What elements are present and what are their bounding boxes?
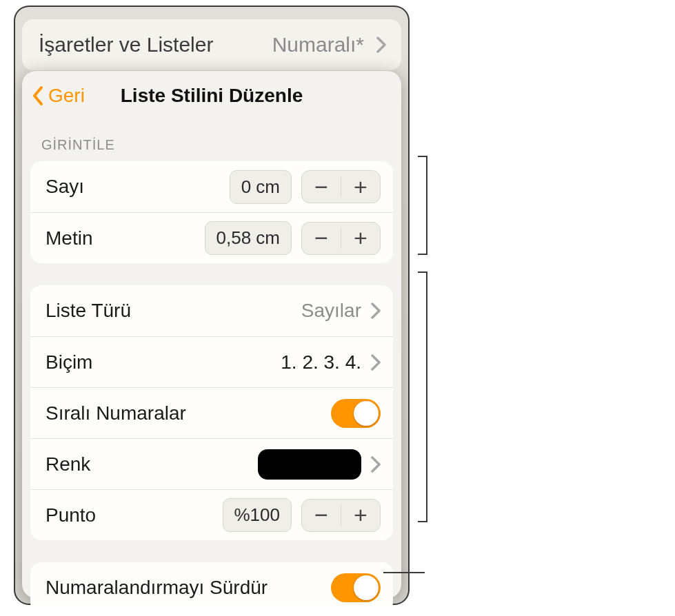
list-type-value: Sayılar xyxy=(301,300,361,322)
list-style-group: Liste Türü Sayılar Biçim 1. 2. 3. 4. Sır… xyxy=(30,285,393,540)
continue-numbering-row: Numaralandırmayı Sürdür xyxy=(30,562,393,605)
continue-numbering-toggle[interactable] xyxy=(331,573,381,602)
indent-number-stepper: − + xyxy=(301,170,381,203)
indent-number-value[interactable]: 0 cm xyxy=(230,170,292,204)
chevron-left-icon xyxy=(32,85,44,106)
color-label: Renk xyxy=(46,453,90,475)
switch-knob-icon xyxy=(354,575,379,600)
indent-number-label: Sayı xyxy=(46,176,84,198)
format-value: 1. 2. 3. 4. xyxy=(281,351,361,373)
size-label: Punto xyxy=(46,504,96,526)
size-stepper: − + xyxy=(301,499,381,532)
indent-text-decrement[interactable]: − xyxy=(302,223,341,254)
format-label: Biçim xyxy=(46,351,92,373)
size-decrement[interactable]: − xyxy=(302,500,341,531)
chevron-right-icon xyxy=(376,37,386,53)
indent-text-label: Metin xyxy=(46,227,92,249)
back-button[interactable]: Geri xyxy=(32,71,85,121)
size-row: Punto %100 − + xyxy=(30,489,393,540)
indent-number-decrement[interactable]: − xyxy=(302,171,341,203)
list-type-label: Liste Türü xyxy=(46,300,131,322)
back-label: Geri xyxy=(48,85,85,107)
indent-number-row: Sayı 0 cm − + xyxy=(30,161,393,212)
chevron-right-icon xyxy=(371,302,381,319)
tiered-numbers-toggle[interactable] xyxy=(331,399,381,428)
color-swatch xyxy=(258,449,361,480)
chevron-right-icon xyxy=(371,456,381,473)
indent-text-row: Metin 0,58 cm − + xyxy=(30,212,393,263)
chevron-right-icon xyxy=(371,354,381,371)
annotation-connector xyxy=(383,572,425,573)
continue-numbering-label: Numaralandırmayı Sürdür xyxy=(46,577,268,599)
indent-text-value[interactable]: 0,58 cm xyxy=(205,221,292,255)
bullets-lists-row[interactable]: İşaretler ve Listeler Numaralı* xyxy=(22,19,401,70)
bullets-lists-value: Numaralı* xyxy=(272,33,364,57)
popover-title: Liste Stilini Düzenle xyxy=(121,85,303,107)
switch-knob-icon xyxy=(354,401,379,426)
color-row[interactable]: Renk xyxy=(30,438,393,489)
size-value[interactable]: %100 xyxy=(223,498,292,532)
indent-section-label: GİRİNTİLE xyxy=(22,121,401,161)
edit-list-style-popover: Geri Liste Stilini Düzenle GİRİNTİLE Say… xyxy=(22,71,401,598)
indent-group: Sayı 0 cm − + Metin 0,58 cm − xyxy=(30,161,393,263)
format-row[interactable]: Biçim 1. 2. 3. 4. xyxy=(30,336,393,387)
annotation-bracket xyxy=(418,271,427,522)
indent-text-stepper: − + xyxy=(301,222,381,255)
bullets-lists-label: İşaretler ve Listeler xyxy=(39,33,213,57)
list-type-row[interactable]: Liste Türü Sayılar xyxy=(30,285,393,336)
indent-number-increment[interactable]: + xyxy=(341,171,380,203)
tiered-numbers-label: Sıralı Numaralar xyxy=(46,402,186,424)
indent-text-increment[interactable]: + xyxy=(341,223,380,254)
continue-group: Numaralandırmayı Sürdür xyxy=(30,562,393,605)
popover-header: Geri Liste Stilini Düzenle xyxy=(22,71,401,121)
tiered-numbers-row: Sıralı Numaralar xyxy=(30,387,393,438)
annotation-bracket xyxy=(418,156,427,255)
size-increment[interactable]: + xyxy=(341,500,380,531)
settings-frame: İşaretler ve Listeler Numaralı* Geri Lis… xyxy=(14,6,410,605)
